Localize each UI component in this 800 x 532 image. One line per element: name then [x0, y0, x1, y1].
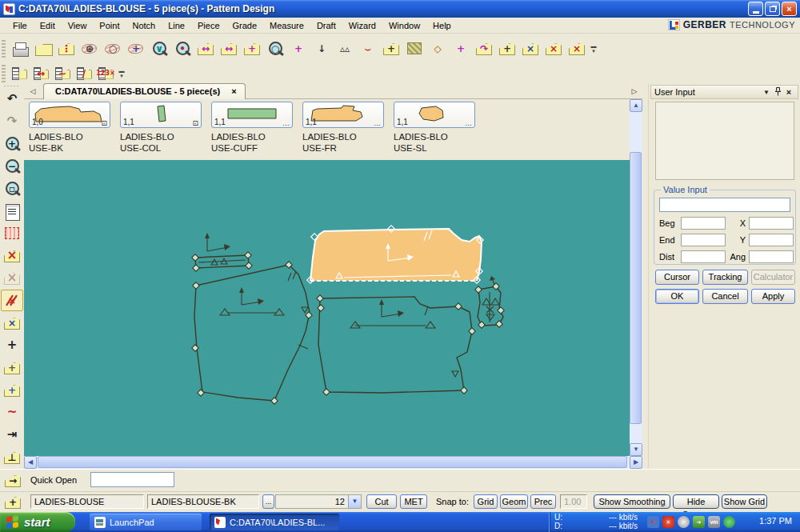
- tab-scroll-right-button[interactable]: ▷: [628, 85, 641, 98]
- thumbnail-box[interactable]: 1,1⊡: [120, 102, 202, 128]
- thumbnail-corner-icon[interactable]: …: [282, 119, 290, 127]
- network-offline-icon[interactable]: ✕: [647, 516, 659, 528]
- piece-thumbnail-fr[interactable]: 1,1…LADIES-BLOUSE-FR: [302, 102, 384, 154]
- thumbnail-corner-icon[interactable]: ⊡: [101, 119, 107, 127]
- measure-toolbar-overflow-button[interactable]: ▬▾: [117, 64, 126, 83]
- add-piece-icon[interactable]: +: [2, 491, 24, 513]
- vertical-scrollbar[interactable]: ▲ ▼: [630, 99, 642, 456]
- ok-button[interactable]: OK: [655, 289, 699, 304]
- lasso-ply-icon[interactable]: ○: [102, 38, 124, 59]
- vertical-scroll-thumb[interactable]: [630, 152, 642, 424]
- scroll-up-button[interactable]: ▲: [630, 99, 642, 112]
- restore-button[interactable]: [765, 2, 780, 16]
- units-button[interactable]: MET: [400, 494, 427, 509]
- measure-distance-icon[interactable]: ↔: [30, 64, 51, 83]
- thumbnail-corner-icon[interactable]: …: [374, 119, 381, 127]
- cursor-button[interactable]: Cursor: [655, 270, 699, 285]
- toolbar-overflow-button[interactable]: ▬▾: [589, 39, 598, 58]
- pattern-piece-bk[interactable]: [307, 226, 483, 283]
- menu-notch[interactable]: Notch: [126, 19, 162, 32]
- left-toolbar-grip[interactable]: [4, 86, 20, 86]
- pattern-piece-sl[interactable]: [317, 295, 475, 395]
- point-ply-icon[interactable]: +: [125, 38, 147, 59]
- panel-dropdown-icon[interactable]: ▼: [761, 89, 772, 96]
- pattern-canvas[interactable]: [24, 160, 630, 456]
- delete-piece-icon[interactable]: ×: [566, 38, 588, 59]
- menu-wizard[interactable]: Wizard: [342, 19, 382, 32]
- thumbnail-corner-icon[interactable]: ⊡: [192, 119, 198, 127]
- zoom-in-icon[interactable]: +: [1, 133, 23, 154]
- document-tab[interactable]: C:DATA70\LADIES-BLOUSE - 5 piece(s)×: [43, 83, 246, 99]
- zoom-previous-icon[interactable]: ∨: [148, 38, 170, 59]
- zoom-pieces-icon[interactable]: ⋮: [55, 38, 78, 59]
- pattern-piece-fr[interactable]: [192, 262, 312, 404]
- combo-dropdown-icon[interactable]: ▼: [348, 495, 361, 508]
- menu-file[interactable]: File: [6, 19, 34, 32]
- print-piece-icon[interactable]: [9, 38, 31, 59]
- hide-seams-button[interactable]: Hide Seams: [673, 494, 719, 509]
- x-field[interactable]: [749, 217, 794, 230]
- move-piece-line-icon[interactable]: ↔: [194, 38, 217, 59]
- cancel-button[interactable]: Cancel: [702, 289, 748, 304]
- panel-close-icon[interactable]: ×: [783, 87, 794, 97]
- panel-pin-icon[interactable]: [772, 87, 783, 98]
- send-piece-icon[interactable]: →: [2, 470, 24, 491]
- pattern-piece-col[interactable]: [475, 276, 504, 328]
- security-alert-icon[interactable]: ✕: [662, 516, 674, 528]
- taskbar-task-launchpad[interactable]: LaunchPad: [90, 514, 202, 530]
- delete-piece-left-icon[interactable]: ×: [1, 245, 23, 266]
- snap-geom-button[interactable]: Geom: [500, 494, 528, 509]
- piece-thumbnail-col[interactable]: 1,1⊡LADIES-BLOUSE-COL: [120, 102, 202, 154]
- thumbnail-box[interactable]: 1,1…: [394, 102, 475, 128]
- taskbar-task-pattern-design[interactable]: C:DATA70\LADIES-BL...: [210, 514, 339, 530]
- apply-button[interactable]: Apply: [751, 289, 795, 304]
- measure-values-off-icon[interactable]: 123×: [95, 64, 116, 83]
- thumbnail-box[interactable]: 1,1…: [211, 102, 293, 128]
- copy-piece-icon[interactable]: +: [1, 379, 23, 401]
- piece-thumbnail-bk[interactable]: 1,0⊡LADIES-BLOUSE-BK: [29, 102, 110, 154]
- gray-orb-icon[interactable]: [678, 516, 690, 528]
- menu-view[interactable]: View: [62, 19, 94, 32]
- style-name-field[interactable]: LADIES-BLOUSE: [30, 494, 144, 509]
- scroll-right-button[interactable]: ▶: [630, 456, 642, 469]
- redo-icon[interactable]: ↷: [1, 110, 23, 132]
- piece-thumbnail-sl[interactable]: 1,1…LADIES-BLOUSE-SL: [394, 102, 475, 154]
- piece-thumbnail-cuff[interactable]: 1,1…LADIES-BLOUSE-CUFF: [211, 102, 293, 154]
- hatch-piece-icon[interactable]: [403, 38, 426, 59]
- open-piece-icon[interactable]: [32, 38, 54, 59]
- end-field[interactable]: [681, 234, 726, 246]
- beg-field[interactable]: [681, 217, 726, 230]
- delete-point-icon[interactable]: ×: [519, 38, 542, 59]
- edit-curve-icon[interactable]: ~: [1, 402, 23, 423]
- minimize-button[interactable]: [748, 2, 763, 16]
- delete-point-left-icon[interactable]: ×: [1, 312, 23, 334]
- thumbnail-box[interactable]: 1,0⊡: [29, 102, 110, 128]
- grade-size-combobox[interactable]: 12 ▼: [275, 494, 362, 509]
- ang-field[interactable]: [749, 250, 794, 263]
- tab-close-icon[interactable]: ×: [231, 86, 236, 96]
- dist-field[interactable]: [681, 250, 726, 263]
- calculator-button[interactable]: Calculator: [751, 270, 795, 285]
- menu-point[interactable]: Point: [93, 19, 126, 32]
- browse-button[interactable]: ...: [262, 494, 274, 509]
- mark-points-icon[interactable]: +: [287, 38, 310, 59]
- toolbar-grip[interactable]: [2, 40, 6, 58]
- vmware-icon[interactable]: vm: [708, 516, 720, 528]
- horizontal-scroll-thumb[interactable]: [38, 456, 627, 468]
- thumbnail-box[interactable]: 1,1…: [302, 102, 384, 128]
- mirror-cross-icon[interactable]: +: [450, 38, 472, 59]
- pattern-piece-cuff[interactable]: [192, 233, 252, 271]
- measure-line-icon[interactable]: [9, 64, 30, 83]
- lasso-zoom-icon[interactable]: ○: [264, 38, 286, 59]
- menu-help[interactable]: Help: [426, 19, 458, 32]
- tab-scroll-left-button[interactable]: ◁: [26, 85, 39, 98]
- menu-draft[interactable]: Draft: [310, 19, 342, 32]
- split-line-icon[interactable]: ×: [1, 290, 23, 311]
- move-piece-icon[interactable]: +: [1, 357, 23, 378]
- tracking-button[interactable]: Tracking: [702, 270, 748, 285]
- menu-measure[interactable]: Measure: [263, 19, 310, 32]
- delete-piece-alt-icon[interactable]: ×: [1, 267, 23, 289]
- menu-edit[interactable]: Edit: [34, 19, 62, 32]
- scroll-left-button[interactable]: ◀: [24, 456, 37, 469]
- horizontal-scrollbar[interactable]: ◀ ▶: [24, 456, 642, 469]
